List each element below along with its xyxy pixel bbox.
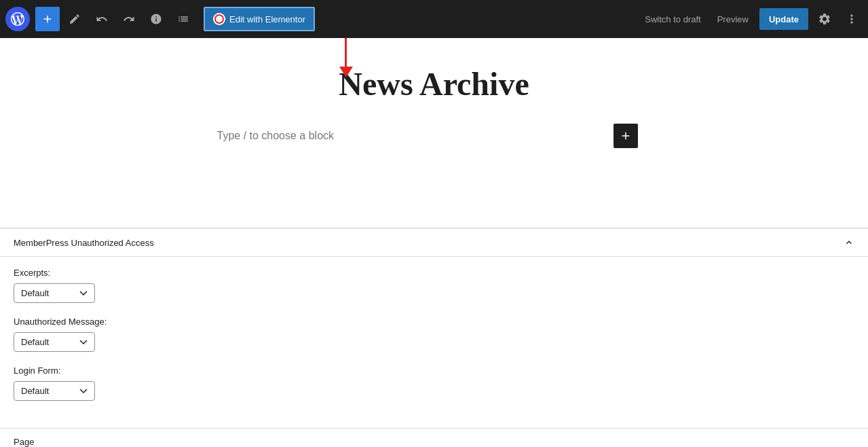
undo-icon <box>96 13 108 25</box>
more-vertical-icon <box>845 12 858 26</box>
plus-icon <box>41 13 54 25</box>
switch-to-draft-button[interactable]: Switch to draft <box>639 10 706 29</box>
undo-button[interactable] <box>90 7 114 31</box>
unauthorized-message-select[interactable]: Default Custom <box>14 332 95 352</box>
settings-button[interactable] <box>814 8 835 30</box>
block-area: Type / to choose a block <box>217 130 652 142</box>
main-content: News Archive Type / to choose a block Me… <box>0 38 868 447</box>
add-block-button[interactable] <box>35 7 60 31</box>
edit-icon-button[interactable] <box>62 7 87 31</box>
elementor-logo-icon <box>213 13 225 25</box>
pen-icon <box>69 13 81 25</box>
info-icon <box>150 13 162 25</box>
memberpress-collapse-button[interactable] <box>844 237 854 248</box>
edit-with-elementor-button[interactable]: Edit with Elementor <box>204 7 315 31</box>
toolbar: Edit with Elementor Switch to draft Prev… <box>0 0 868 38</box>
wp-logo[interactable] <box>5 7 30 31</box>
excerpts-select[interactable]: Default Custom <box>14 283 95 303</box>
list-view-button[interactable] <box>171 7 195 31</box>
update-button[interactable]: Update <box>759 8 808 30</box>
add-block-inline-button[interactable] <box>614 124 638 148</box>
login-form-label: Login Form: <box>14 365 854 376</box>
info-button[interactable] <box>144 7 168 31</box>
wordpress-icon <box>11 12 24 26</box>
plus-inline-icon <box>620 130 632 142</box>
arrow-line <box>345 38 347 67</box>
more-options-button[interactable] <box>841 8 863 30</box>
login-form-select[interactable]: Default Custom <box>14 381 95 401</box>
login-form-field-group: Login Form: Default Custom <box>14 365 854 401</box>
preview-label: Preview <box>717 14 749 24</box>
preview-button[interactable]: Preview <box>712 10 754 29</box>
redo-icon <box>123 13 135 25</box>
switch-draft-label: Switch to draft <box>645 14 700 24</box>
excerpts-label: Excerpts: <box>14 268 854 278</box>
excerpts-field-group: Excerpts: Default Custom <box>14 268 854 303</box>
edit-elementor-label: Edit with Elementor <box>229 14 305 24</box>
redo-button[interactable] <box>117 7 141 31</box>
memberpress-panel-header[interactable]: MemberPress Unauthorized Access <box>0 229 868 257</box>
footer-panel: Page <box>0 428 868 447</box>
page-title: News Archive <box>339 65 529 103</box>
unauthorized-message-label: Unauthorized Message: <box>14 317 854 327</box>
toolbar-right: Switch to draft Preview Update <box>639 8 863 30</box>
unauthorized-message-field-group: Unauthorized Message: Default Custom <box>14 317 854 352</box>
gear-icon <box>818 12 831 26</box>
memberpress-panel-title: MemberPress Unauthorized Access <box>14 238 154 248</box>
footer-panel-title: Page <box>14 437 34 447</box>
memberpress-panel-body: Excerpts: Default Custom Unauthorized Me… <box>0 257 868 428</box>
list-view-icon <box>177 13 189 25</box>
editor-area: News Archive Type / to choose a block <box>0 38 868 228</box>
block-placeholder[interactable]: Type / to choose a block <box>217 130 335 141</box>
update-label: Update <box>769 14 799 24</box>
memberpress-panel: MemberPress Unauthorized Access Excerpts… <box>0 228 868 428</box>
chevron-up-icon <box>844 237 854 248</box>
